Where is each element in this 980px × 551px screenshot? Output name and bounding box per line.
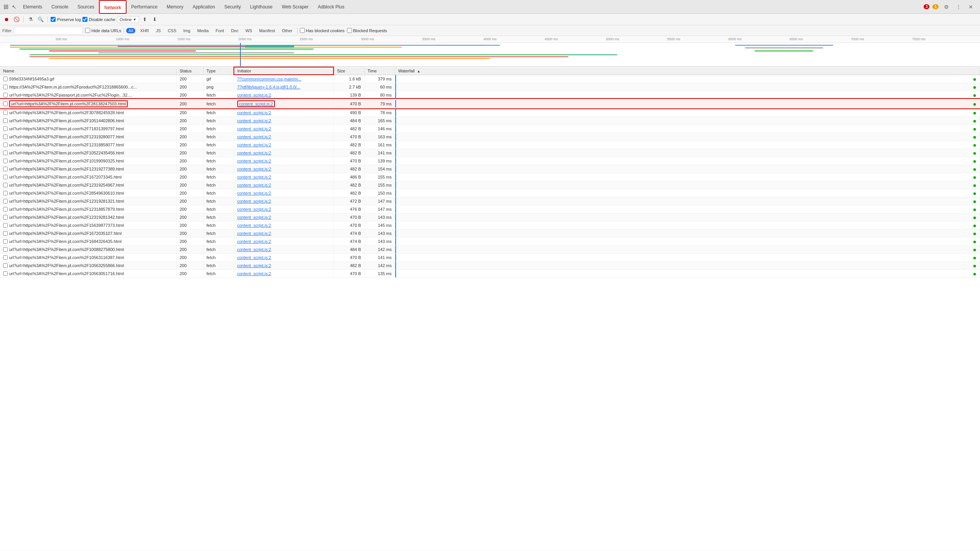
row-checkbox[interactable] bbox=[3, 77, 8, 81]
cell-initiator[interactable]: content_script.js:2 bbox=[234, 269, 334, 277]
cell-initiator[interactable]: content_script.js:2 bbox=[234, 157, 334, 165]
row-checkbox[interactable] bbox=[3, 239, 8, 244]
close-icon[interactable]: ✕ bbox=[966, 2, 975, 11]
table-row[interactable]: url?url=https%3A%2F%2Fitem.jd.com%2F1672… bbox=[0, 173, 980, 181]
filter-icon-button[interactable]: ⚗ bbox=[26, 15, 35, 24]
table-row[interactable]: url?url=https%3A%2F%2Fitem.jd.com%2F1008… bbox=[0, 245, 980, 253]
row-checkbox[interactable] bbox=[3, 110, 8, 115]
clear-button[interactable]: 🚫 bbox=[12, 15, 21, 24]
row-checkbox[interactable] bbox=[3, 143, 8, 147]
more-options-icon[interactable]: ⋮ bbox=[954, 2, 963, 11]
row-checkbox[interactable] bbox=[3, 183, 8, 187]
table-row[interactable]: url?url=https%3A%2F%2Fitem.jd.com%2F1684… bbox=[0, 237, 980, 245]
devtools-inspect-icon[interactable]: ↖ bbox=[10, 3, 18, 11]
initiator-link[interactable]: content_script.js:2 bbox=[237, 223, 271, 228]
table-row[interactable]: url?url=https%3A%2F%2Fitem.jd.com%2F2813… bbox=[0, 99, 980, 108]
cell-initiator[interactable]: content_script.js:2 bbox=[234, 245, 334, 253]
has-blocked-cookies-label[interactable]: Has blocked cookies bbox=[300, 28, 345, 33]
table-row[interactable]: url?url=https%3A%2F%2Fitem.jd.com%2F1231… bbox=[0, 197, 980, 205]
filter-type-css[interactable]: CSS bbox=[165, 28, 179, 33]
filter-type-other[interactable]: Other bbox=[280, 28, 295, 33]
row-checkbox[interactable] bbox=[3, 255, 8, 260]
table-row[interactable]: url?url=https%3A%2F%2Fitem.jd.com%2F1563… bbox=[0, 221, 980, 229]
record-button[interactable]: ⏺ bbox=[2, 15, 11, 24]
initiator-link[interactable]: content_script.js:2 bbox=[237, 110, 271, 115]
initiator-link[interactable]: content_script.js:2 bbox=[237, 151, 271, 155]
row-checkbox[interactable] bbox=[3, 93, 8, 97]
tab-lighthouse[interactable]: Lighthouse bbox=[245, 0, 277, 14]
col-header-type[interactable]: Type bbox=[203, 67, 234, 75]
table-row[interactable]: url?url=https%3A%2F%2Fitem.jd.com%2F1231… bbox=[0, 181, 980, 189]
row-checkbox[interactable] bbox=[3, 271, 8, 276]
col-header-initiator[interactable]: Initiator bbox=[234, 67, 334, 75]
filter-type-xhr[interactable]: XHR bbox=[138, 28, 151, 33]
cell-initiator[interactable]: content_script.js:2 bbox=[234, 165, 334, 173]
row-checkbox[interactable] bbox=[3, 223, 8, 228]
blocked-requests-checkbox[interactable] bbox=[347, 28, 352, 33]
cell-initiator[interactable]: content_script.js:2 bbox=[234, 99, 334, 108]
table-row[interactable]: url?url=https%3A%2F%2Fpassport.jd.com%2F… bbox=[0, 91, 980, 99]
row-checkbox[interactable] bbox=[3, 263, 8, 268]
network-throttle-dropdown[interactable]: Online ▼ bbox=[117, 16, 139, 23]
row-checkbox[interactable] bbox=[3, 167, 8, 171]
row-checkbox[interactable] bbox=[3, 126, 8, 131]
cell-initiator[interactable]: content_script.js:2 bbox=[234, 125, 334, 133]
tab-sources[interactable]: Sources bbox=[73, 0, 99, 14]
initiator-link[interactable]: content_script.js:2 bbox=[237, 167, 271, 171]
import-button[interactable]: ⬆ bbox=[141, 15, 149, 24]
col-header-waterfall[interactable]: Waterfall ▲ bbox=[395, 67, 980, 75]
initiator-link[interactable]: ??jdf/lib/jquery-1.6.4.js,jdf/1.0.0/... bbox=[237, 85, 300, 89]
initiator-link[interactable]: content_script.js:2 bbox=[237, 143, 271, 147]
initiator-link[interactable]: content_script.js:2 bbox=[237, 134, 271, 139]
has-blocked-cookies-checkbox[interactable] bbox=[300, 28, 305, 33]
initiator-link[interactable]: content_script.js:2 bbox=[237, 215, 271, 220]
filter-type-js[interactable]: JS bbox=[154, 28, 163, 33]
table-row[interactable]: url?url=https%3A%2F%2Fitem.jd.com%2F1231… bbox=[0, 133, 980, 141]
row-checkbox[interactable] bbox=[3, 159, 8, 163]
table-row[interactable]: url?url=https%3A%2F%2Fitem.jd.com%2F1231… bbox=[0, 213, 980, 221]
cell-initiator[interactable]: content_script.js:2 bbox=[234, 205, 334, 213]
network-table-wrapper[interactable]: Name Status Type Initiator Size Time Wat… bbox=[0, 67, 980, 551]
row-checkbox[interactable] bbox=[3, 85, 8, 89]
row-checkbox[interactable] bbox=[3, 118, 8, 123]
initiator-link[interactable]: ??common/common.css,main/m... bbox=[237, 77, 302, 81]
row-checkbox[interactable] bbox=[3, 134, 8, 139]
search-button[interactable]: 🔍 bbox=[36, 15, 45, 24]
table-row[interactable]: url?url=https%3A%2F%2Fitem.jd.com%2F1052… bbox=[0, 149, 980, 157]
cell-initiator[interactable]: content_script.js:2 bbox=[234, 141, 334, 149]
table-row[interactable]: https://3A%2F%2Fitem.m.jd.com%2Fproduct%… bbox=[0, 83, 980, 91]
cell-initiator[interactable]: content_script.js:2 bbox=[234, 221, 334, 229]
tab-memory[interactable]: Memory bbox=[162, 0, 188, 14]
row-checkbox[interactable] bbox=[3, 151, 8, 155]
row-checkbox[interactable] bbox=[3, 215, 8, 220]
col-header-size[interactable]: Size bbox=[334, 67, 364, 75]
filter-type-ws[interactable]: WS bbox=[243, 28, 255, 33]
col-header-time[interactable]: Time bbox=[364, 67, 395, 75]
blocked-requests-label[interactable]: Blocked Requests bbox=[347, 28, 387, 33]
row-checkbox[interactable] bbox=[3, 175, 8, 179]
tab-adblock-plus[interactable]: Adblock Plus bbox=[313, 0, 349, 14]
disable-cache-checkbox[interactable] bbox=[82, 17, 87, 22]
initiator-link[interactable]: content_script.js:2 bbox=[237, 247, 271, 252]
row-checkbox[interactable] bbox=[3, 247, 8, 252]
filter-type-manifest[interactable]: Manifest bbox=[257, 28, 278, 33]
table-row[interactable]: 599d3334Nf16495a3.gif200gif??common/comm… bbox=[0, 75, 980, 83]
table-row[interactable]: url?url=https%3A%2F%2Fitem.jd.com%2F2854… bbox=[0, 189, 980, 197]
initiator-link[interactable]: content_script.js:2 bbox=[237, 207, 271, 212]
tab-web-scraper[interactable]: Web Scraper bbox=[277, 0, 313, 14]
cell-initiator[interactable]: ??common/common.css,main/m... bbox=[234, 75, 334, 83]
row-checkbox[interactable] bbox=[3, 191, 8, 195]
cell-initiator[interactable]: content_script.js:2 bbox=[234, 253, 334, 261]
cell-initiator[interactable]: content_script.js:2 bbox=[234, 116, 334, 125]
initiator-link[interactable]: content_script.js:2 bbox=[237, 199, 271, 203]
initiator-link[interactable]: content_script.js:2 bbox=[237, 100, 275, 107]
preserve-log-checkbox[interactable] bbox=[51, 17, 56, 22]
row-checkbox[interactable] bbox=[3, 102, 8, 106]
cell-initiator[interactable]: content_script.js:2 bbox=[234, 197, 334, 205]
col-header-name[interactable]: Name bbox=[0, 67, 176, 75]
initiator-link[interactable]: content_script.js:2 bbox=[237, 126, 271, 131]
initiator-link[interactable]: content_script.js:2 bbox=[237, 271, 271, 276]
table-row[interactable]: url?url=https%3A%2F%2Fitem.jd.com%2F1231… bbox=[0, 141, 980, 149]
row-checkbox[interactable] bbox=[3, 199, 8, 203]
initiator-link[interactable]: content_script.js:2 bbox=[237, 231, 271, 236]
